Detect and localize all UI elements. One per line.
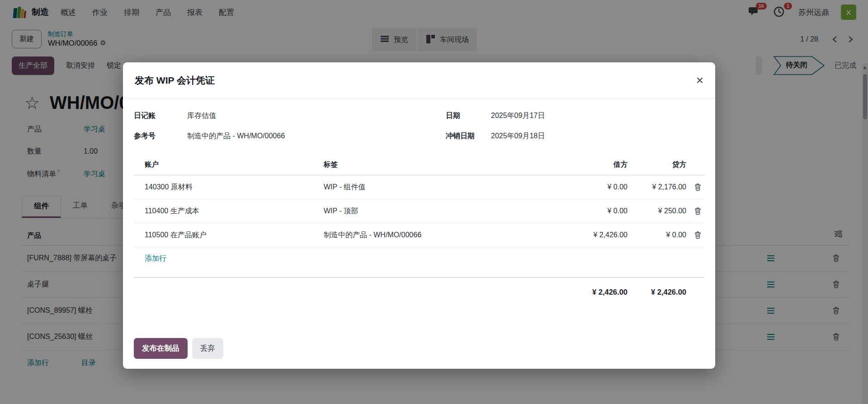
total-credit: ¥ 2,426.00 <box>627 288 686 296</box>
field-journal: 日记账 库存估值 <box>134 111 446 121</box>
journal-items-header: 账户 标签 借方 贷方 <box>134 155 704 175</box>
account-cell[interactable]: 110400 生产成本 <box>134 207 324 216</box>
discard-button[interactable]: 丢弃 <box>192 338 223 359</box>
dialog-title: 发布 WIP 会计凭证 <box>135 74 215 87</box>
journal-item-row[interactable]: 140300 原材料 WIP - 组件值 ¥ 0.00 ¥ 2,176.00 <box>134 175 704 199</box>
debit-cell[interactable]: ¥ 0.00 <box>533 207 627 215</box>
page: 制造 概述 作业 排期 产品 报表 配置 16 <box>0 0 868 404</box>
journal-item-row[interactable]: 110500 在产品账户 制造中的产品 - WH/MO/00066 ¥ 2,42… <box>134 223 704 247</box>
post-wip-dialog: 发布 WIP 会计凭证 × 日记账 库存估值 日期 2025年09月17日 参考… <box>123 62 715 369</box>
debit-cell[interactable]: ¥ 2,426.00 <box>533 231 627 239</box>
account-cell[interactable]: 140300 原材料 <box>134 183 324 192</box>
credit-cell[interactable]: ¥ 2,176.00 <box>627 183 686 191</box>
dialog-body: 日记账 库存估值 日期 2025年09月17日 参考号 制造中的产品 - WH/… <box>123 99 715 338</box>
label-cell[interactable]: 制造中的产品 - WH/MO/00066 <box>324 230 533 240</box>
credit-cell[interactable]: ¥ 250.00 <box>627 207 686 215</box>
dialog-header: 发布 WIP 会计凭证 × <box>123 62 715 99</box>
label-cell[interactable]: WIP - 顶部 <box>324 207 533 216</box>
delete-row-icon[interactable] <box>686 207 704 215</box>
label-cell[interactable]: WIP - 组件值 <box>324 183 533 192</box>
dialog-footer: 发布在制品 丢弃 <box>123 338 715 369</box>
delete-row-icon[interactable] <box>686 231 704 239</box>
journal-item-row[interactable]: 110400 生产成本 WIP - 顶部 ¥ 0.00 ¥ 250.00 <box>134 199 704 223</box>
close-icon[interactable]: × <box>696 74 703 87</box>
debit-cell[interactable]: ¥ 0.00 <box>533 183 627 191</box>
field-reversal-date: 冲销日期 2025年09月18日 <box>446 132 704 141</box>
reference-value[interactable]: 制造中的产品 - WH/MO/00066 <box>187 132 285 141</box>
credit-cell[interactable]: ¥ 0.00 <box>627 231 686 239</box>
modal-add-line-link[interactable]: 添加行 <box>145 254 166 262</box>
field-reference: 参考号 制造中的产品 - WH/MO/00066 <box>134 132 446 141</box>
journal-items-table: 账户 标签 借方 贷方 140300 原材料 WIP - 组件值 ¥ 0.00 … <box>134 155 704 306</box>
delete-row-icon[interactable] <box>686 183 704 191</box>
date-value[interactable]: 2025年09月17日 <box>491 111 545 121</box>
total-debit: ¥ 2,426.00 <box>533 288 627 296</box>
totals-section: ¥ 2,426.00 ¥ 2,426.00 <box>134 277 704 306</box>
account-cell[interactable]: 110500 在产品账户 <box>134 230 324 240</box>
post-wip-button[interactable]: 发布在制品 <box>134 338 188 359</box>
journal-value[interactable]: 库存估值 <box>187 111 216 121</box>
field-date: 日期 2025年09月17日 <box>446 111 704 121</box>
reversal-date-value[interactable]: 2025年09月18日 <box>491 132 545 141</box>
